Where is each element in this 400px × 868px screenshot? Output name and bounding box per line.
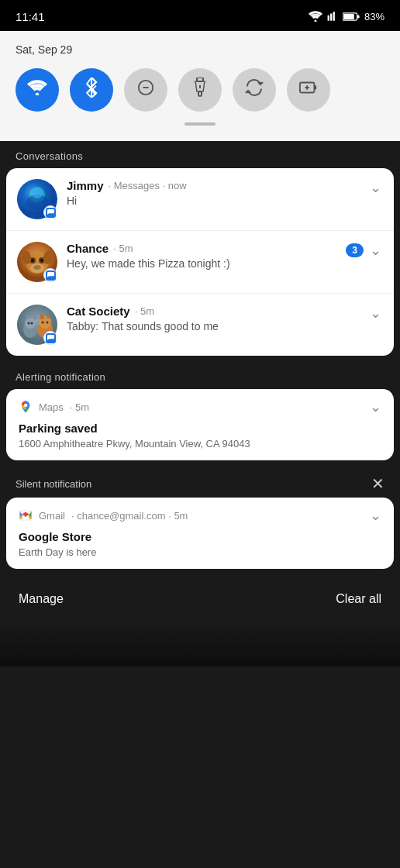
date-display: Sat, Sep 29 [16,43,384,56]
battery-percent: 83% [364,11,384,22]
gmail-meta: · chance@gmail.com · 5m [71,510,188,522]
jimmy-actions: ⌄ [370,179,381,196]
svg-point-37 [31,322,33,325]
bluetooth-toggle[interactable] [70,68,113,112]
chance-avatar-wrap [17,242,57,282]
gmail-body: Earth Day is here [6,546,394,569]
cat-meta: · 5m [135,305,154,317]
svg-point-20 [32,188,43,198]
svg-point-45 [24,404,27,407]
wifi-icon [27,80,47,100]
chance-unread-badge: 3 [346,243,364,257]
chance-expand-icon[interactable]: ⌄ [370,242,381,259]
jimmy-meta: · Messages · now [109,180,187,191]
maps-app-name: Maps [39,401,64,413]
gmail-notif-header: Gmail · chance@gmail.com · 5m ⌄ [6,498,394,530]
svg-point-27 [40,259,43,262]
bottom-blur [0,620,400,666]
silent-card: Gmail · chance@gmail.com · 5m ⌄ Google S… [6,498,394,569]
silent-label: Silent notification [16,478,91,490]
dnd-toggle[interactable] [124,68,167,112]
cat-expand-icon[interactable]: ⌄ [370,305,381,322]
gmail-icon [19,508,33,522]
status-icons: 83% [309,11,384,22]
chance-body: Hey, we made this Pizza tonight :) [67,257,340,270]
cat-content: Cat Society · 5m Tabby: That sounds good… [67,305,364,332]
maps-notif-header: Maps · 5m ⌄ [6,389,394,422]
svg-rect-3 [357,15,360,18]
svg-point-43 [47,322,49,324]
conversation-jimmy[interactable]: Jimmy · Messages · now Hi ⌄ [6,168,394,231]
clear-all-button[interactable]: Clear all [336,592,381,606]
rotate-icon [245,78,264,102]
svg-point-36 [28,322,30,325]
maps-body: 1600 Amphitheatre Pkwy, Mountain View, C… [6,438,394,460]
svg-point-4 [36,93,39,96]
conversation-chance[interactable]: Chance · 5m Hey, we made this Pizza toni… [6,231,394,294]
flashlight-toggle[interactable] [178,68,222,112]
jimmy-content: Jimmy · Messages · now Hi [67,179,364,207]
wifi-status-icon [309,11,322,22]
jimmy-body: Hi [67,195,364,207]
chance-actions: 3 ⌄ [346,242,381,259]
conversations-label: Conversations [0,143,400,168]
jimmy-avatar-wrap [17,179,57,219]
cat-name: Cat Society [67,305,130,318]
battery-icon [343,12,360,22]
status-time: 11:41 [16,10,45,23]
conversation-cat-society[interactable]: Cat Society · 5m Tabby: That sounds good… [6,294,394,356]
jimmy-name: Jimmy [67,179,104,192]
jimmy-expand-icon[interactable]: ⌄ [370,179,381,196]
maps-icon [19,400,33,414]
chance-meta: · 5m [113,243,133,254]
battery-plus-icon [299,78,318,102]
battery-saver-toggle[interactable] [287,68,330,112]
svg-point-0 [314,20,316,22]
maps-title: Parking saved [6,422,394,438]
cat-actions: ⌄ [370,305,381,322]
gmail-expand-icon[interactable]: ⌄ [370,507,381,524]
alerting-card: Maps · 5m ⌄ Parking saved 1600 Amphithea… [6,389,394,460]
maps-time: · 5m [70,401,89,413]
gmail-app-name: Gmail [39,510,65,522]
chance-content: Chance · 5m Hey, we made this Pizza toni… [67,242,340,270]
svg-point-33 [25,318,36,329]
quick-toggle-row [16,68,384,112]
status-bar: 11:41 83% [0,0,400,31]
flashlight-icon [192,78,208,102]
maps-expand-icon[interactable]: ⌄ [370,398,381,415]
drag-handle[interactable] [184,122,216,126]
svg-point-42 [42,322,44,324]
svg-point-26 [31,259,34,262]
manage-button[interactable]: Manage [19,592,64,606]
cat-app-badge [43,331,57,345]
rotate-toggle[interactable] [233,68,276,112]
quick-settings-panel: Sat, Sep 29 [0,31,400,141]
bottom-bar: Manage Clear all [0,578,400,620]
gmail-title: Google Store [6,530,394,546]
conversations-card: Jimmy · Messages · now Hi ⌄ [6,168,394,356]
silent-section-row: Silent notification ✕ [0,468,400,498]
wifi-toggle[interactable] [16,68,59,112]
jimmy-app-badge [43,205,57,219]
cat-avatar-wrap [17,305,57,345]
chance-name: Chance [67,242,109,255]
svg-rect-2 [343,14,354,19]
svg-point-30 [33,265,41,270]
dnd-icon [137,79,154,101]
signal-icon [327,11,338,22]
bluetooth-icon [84,78,98,102]
cat-body: Tabby: That sounds good to me [67,320,364,332]
svg-rect-11 [198,91,202,96]
chance-app-badge [43,268,57,282]
svg-rect-14 [314,85,316,90]
silent-close-button[interactable]: ✕ [371,476,384,491]
alerting-label: Alerting notification [0,363,400,389]
